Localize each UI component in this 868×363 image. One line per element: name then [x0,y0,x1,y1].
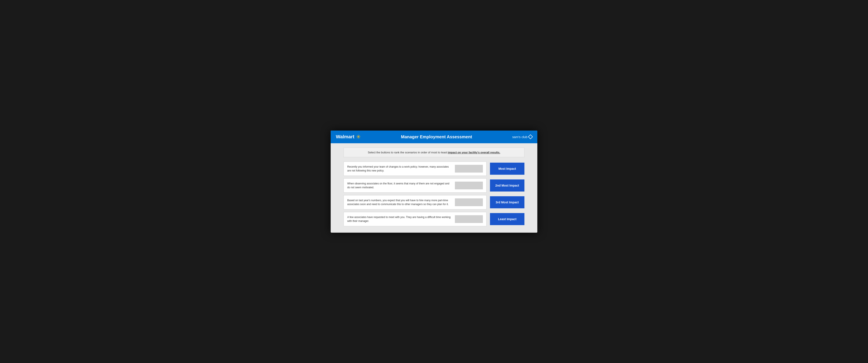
ranking-container: Recently you informed your team of chang… [344,161,524,226]
instruction-text-before: Select the buttons to rank the scenarios… [368,151,447,154]
scenario-text-4: A few associates have requested to meet … [347,215,452,223]
scenario-box-4: A few associates have requested to meet … [344,212,487,226]
sams-club-logo: sam's club [513,135,532,139]
scenario-box-3: Based on last year's numbers, you expect… [344,195,487,209]
content-area: Recently you informed your team of chang… [331,161,537,233]
scenario-input-3 [455,199,483,206]
third-most-impact-button[interactable]: 3rd Most Impact [490,196,524,208]
scenario-input-2 [455,182,483,189]
scenario-text-3: Based on last year's numbers, you expect… [347,199,452,206]
ranking-row-1: Recently you informed your team of chang… [344,161,524,176]
page-title: Manager Employment Assessment [361,134,513,140]
walmart-logo: Walmart ✳ [336,133,361,140]
second-most-impact-button[interactable]: 2nd Most Impact [490,179,524,191]
assessment-screen: Walmart ✳ Manager Employment Assessment … [331,130,537,233]
least-impact-button[interactable]: Least Impact [490,213,524,225]
header: Walmart ✳ Manager Employment Assessment … [331,130,537,143]
instruction-text-underlined: impact on your facility's overall result… [448,151,500,154]
sams-club-diamond-icon [528,134,533,140]
scenario-input-1 [455,165,483,173]
scenario-text-1: Recently you informed your team of chang… [347,165,452,173]
walmart-spark-icon: ✳ [356,133,361,140]
most-impact-button[interactable]: Most Impact [490,163,524,175]
ranking-row-2: When observing associates on the floor, … [344,178,524,192]
ranking-row-4: A few associates have requested to meet … [344,212,524,226]
scenario-box-2: When observing associates on the floor, … [344,178,487,192]
scenario-box-1: Recently you informed your team of chang… [344,161,487,176]
scenario-input-4 [455,215,483,223]
scenario-text-2: When observing associates on the floor, … [347,182,452,189]
walmart-brand-text: Walmart [336,134,354,140]
instruction-banner: Select the buttons to rank the scenarios… [344,148,524,157]
sams-club-text: sam's club [513,135,527,139]
ranking-row-3: Based on last year's numbers, you expect… [344,195,524,209]
